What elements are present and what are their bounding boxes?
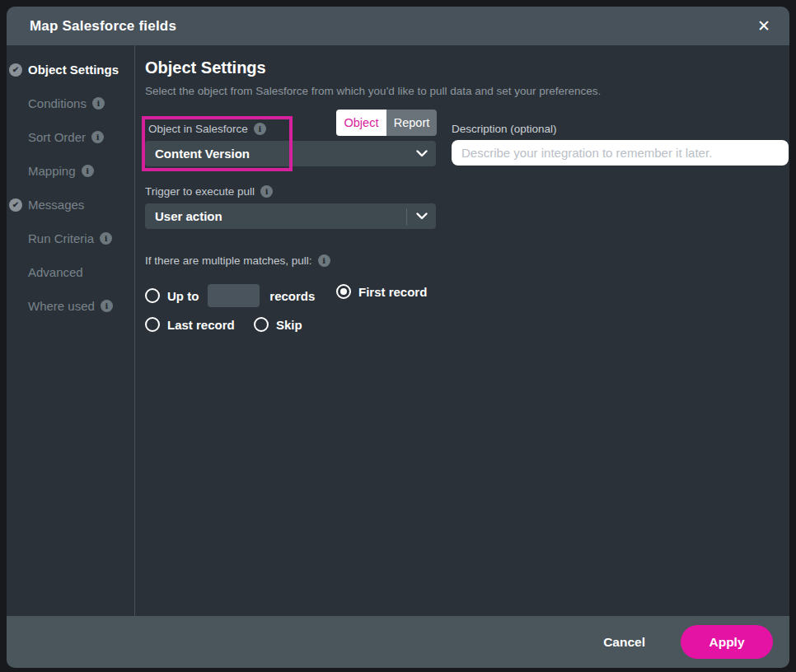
object-in-salesforce-dropdown[interactable]: Content Version [145,141,436,166]
check-circle-icon: ✔ [9,198,22,212]
radio-button[interactable] [336,284,351,299]
source-type-toggle: Object Report [336,110,437,136]
apply-button[interactable]: Apply [681,625,773,659]
radio-label: First record [358,285,427,299]
radio-option-last-record: Last record [145,317,235,332]
object-field-label: Object in Salesforce i [148,123,266,135]
cancel-button[interactable]: Cancel [603,635,645,650]
check-circle-icon: ✔ [9,63,22,77]
close-icon[interactable]: ✕ [754,15,774,37]
modal-footer: Cancel Apply [7,616,789,668]
modal-header: Map Salesforce fields ✕ [7,7,789,45]
page-subtitle: Select the object from Salesforce from w… [145,85,601,97]
sidebar-item-sort-order[interactable]: ✔ Sort Order i [7,120,134,154]
dropdown-selected-value: Content Version [155,147,416,161]
radio-label: Last record [167,318,235,332]
sidebar-item-advanced[interactable]: ✔ Advanced [7,255,134,289]
chevron-down-icon [416,212,428,220]
sidebar-item-conditions[interactable]: ✔ Conditions i [7,86,134,120]
radio-option-skip: Skip [254,317,302,332]
radio-option-up-to: Up to records [145,284,315,307]
info-icon: i [260,185,273,198]
info-icon: i [91,131,104,143]
info-icon: i [82,165,94,177]
radio-option-first-record: First record [336,284,427,299]
chevron-down-icon [416,150,428,157]
page-title: Object Settings [145,58,266,77]
radio-label: Skip [276,318,302,332]
radio-label-suffix: records [269,289,315,303]
sidebar-item-object-settings[interactable]: ✔ Object Settings [7,53,134,86]
sidebar-item-label: Object Settings [28,63,119,77]
trigger-dropdown[interactable]: User action [145,203,436,229]
object-settings-panel: Object Settings Select the object from S… [135,45,789,616]
info-icon: i [254,123,266,135]
sidebar-item-where-used[interactable]: ✔ Where used i [7,289,134,323]
info-icon: i [100,232,112,245]
map-salesforce-fields-modal: Map Salesforce fields ✕ ✔ Object Setting… [7,7,789,668]
dropdown-selected-value: User action [155,209,406,223]
radio-button[interactable] [145,288,160,303]
toggle-object-button[interactable]: Object [336,110,386,136]
sidebar-item-messages[interactable]: ✔ Messages [7,188,134,222]
matches-field-label-text: If there are multiple matches, pull: [145,254,312,267]
settings-sidebar: ✔ Object Settings ✔ Conditions i ✔ Sort … [7,45,135,616]
sidebar-item-label: Advanced [28,265,83,279]
radio-button[interactable] [145,317,160,332]
matches-field-label: If there are multiple matches, pull: i [145,254,330,267]
trigger-field-label: Trigger to execute pull i [145,185,273,198]
sidebar-item-label: Sort Order [28,130,86,144]
info-icon: i [318,254,330,267]
description-field-label: Description (optional) [452,123,557,135]
sidebar-item-label: Run Criteria [28,231,94,245]
modal-title: Map Salesforce fields [30,18,754,35]
sidebar-item-label: Conditions [28,96,87,110]
sidebar-item-run-criteria[interactable]: ✔ Run Criteria i [7,222,134,255]
trigger-field-label-text: Trigger to execute pull [145,185,255,198]
info-icon: i [92,97,105,110]
records-count-input[interactable] [208,284,260,307]
sidebar-item-label: Mapping [28,164,76,178]
radio-label: Up to [167,289,199,303]
sidebar-item-label: Where used [28,299,95,313]
sidebar-item-label: Messages [28,198,84,212]
toggle-report-button[interactable]: Report [386,110,437,136]
dropdown-divider [406,208,407,225]
object-field-label-text: Object in Salesforce [148,123,248,135]
description-input[interactable] [452,140,789,166]
modal-body: ✔ Object Settings ✔ Conditions i ✔ Sort … [7,45,789,616]
sidebar-item-mapping[interactable]: ✔ Mapping i [7,154,134,188]
radio-button[interactable] [254,317,269,332]
info-icon: i [101,300,113,312]
